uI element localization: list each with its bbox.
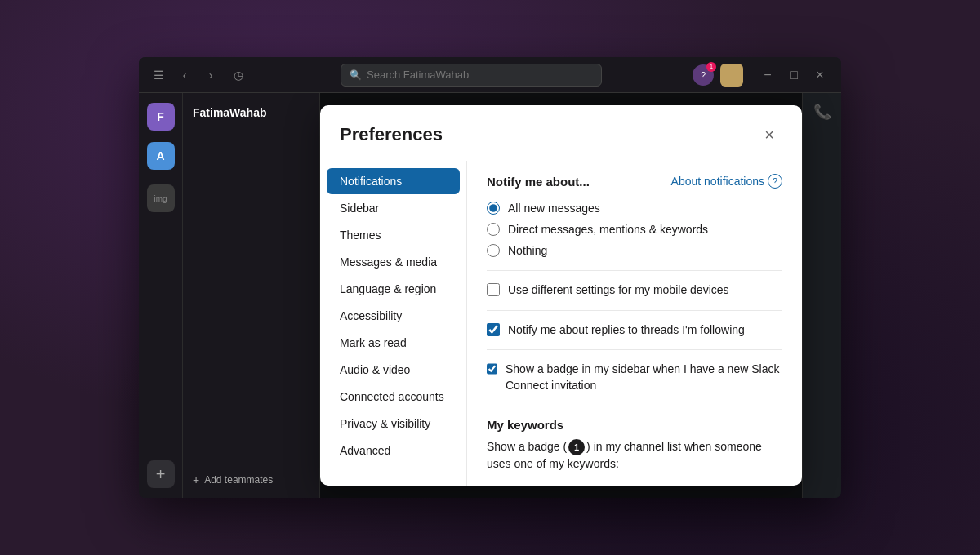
nav-item-language-region[interactable]: Language & region [327,276,460,302]
modal-close-button[interactable]: × [756,122,782,148]
notify-radio-group: All new messages Direct messages, mentio… [487,202,782,257]
search-input[interactable] [367,69,593,81]
radio-dm-mentions[interactable]: Direct messages, mentions & keywords [487,223,782,236]
preferences-nav: Notifications Sidebar Themes Messages & … [320,161,467,486]
workspace-avatar-a[interactable]: A [147,142,175,170]
nav-item-sidebar[interactable]: Sidebar [327,195,460,221]
title-bar-left: ☰ ‹ › ◷ [149,64,250,87]
nav-item-audio-video[interactable]: Audio & video [327,357,460,383]
preferences-modal: Preferences × Notifications Sidebar Them… [320,105,802,486]
nav-item-privacy-visibility[interactable]: Privacy & visibility [327,411,460,437]
slack-connect-label: Show a badge in my sidebar when I have a… [506,362,782,393]
add-icon: + [193,473,199,486]
section-header: Notify me about... About notifications ? [487,174,782,189]
keywords-badge: 1 [568,439,585,455]
sidebar-header: FatimaWahab [183,100,319,122]
hamburger-button[interactable]: ☰ [149,65,168,85]
keywords-description: Show a badge (1) in my channel list when… [487,438,782,473]
avatar[interactable] [720,64,743,87]
phone-icon[interactable]: 📞 [813,103,831,121]
modal-overlay: Preferences × Notifications Sidebar Them… [320,93,802,498]
nav-item-themes[interactable]: Themes [327,222,460,248]
divider-2 [487,310,782,311]
section-title: Notify me about... [487,175,590,189]
search-bar[interactable]: 🔍 [341,64,602,87]
close-window-button[interactable]: × [808,64,831,87]
right-panel: 📞 [802,93,841,498]
workspace-avatar-f[interactable]: F [147,103,175,131]
checkbox-threads[interactable]: Notify me about replies to threads I'm f… [487,322,782,339]
workspace-name[interactable]: FatimaWahab [193,106,310,119]
checkbox-mobile[interactable]: Use different settings for my mobile dev… [487,282,782,299]
divider-1 [487,270,782,271]
threads-checkbox-label: Notify me about replies to threads I'm f… [508,322,745,339]
nav-item-connected-accounts[interactable]: Connected accounts [327,384,460,410]
nav-item-accessibility[interactable]: Accessibility [327,303,460,329]
keywords-title: My keywords [487,418,782,432]
about-notifications-link[interactable]: About notifications ? [671,174,782,189]
modal-body: Notifications Sidebar Themes Messages & … [320,161,802,486]
modal-title: Preferences [340,124,443,145]
threads-checkbox-input[interactable] [487,323,500,336]
mobile-checkbox-input[interactable] [487,283,500,296]
app-window: ☰ ‹ › ◷ 🔍 ? − □ × F A img + [139,57,841,498]
divider-3 [487,349,782,350]
add-workspace-button[interactable]: + [147,460,175,488]
slack-connect-input[interactable] [487,362,497,375]
minimize-button[interactable]: − [756,64,779,87]
maximize-button[interactable]: □ [782,64,805,87]
title-bar: ☰ ‹ › ◷ 🔍 ? − □ × [139,57,841,93]
checkbox-slack-connect[interactable]: Show a badge in my sidebar when I have a… [487,362,782,393]
history-button[interactable]: ◷ [227,64,250,87]
radio-all-messages[interactable]: All new messages [487,202,782,215]
radio-all-label: All new messages [508,202,600,215]
help-icon: ? [768,174,782,189]
about-notifications-text: About notifications [671,175,764,188]
radio-dm-input[interactable] [487,223,500,236]
radio-nothing-label: Nothing [508,244,547,257]
preferences-content: Notify me about... About notifications ? [467,161,802,486]
add-teammates-button[interactable]: + Add teammates [183,468,319,491]
help-button[interactable]: ? [693,64,714,86]
radio-nothing[interactable]: Nothing [487,244,782,257]
search-icon: 🔍 [350,69,362,81]
nav-item-advanced[interactable]: Advanced [327,437,460,464]
sidebar: FatimaWahab + Add teammates [183,93,320,498]
radio-all-input[interactable] [487,202,500,215]
forward-button[interactable]: › [201,65,220,85]
nav-item-messages-media[interactable]: Messages & media [327,249,460,275]
window-controls: − □ × [756,64,831,87]
workspace-image-icon[interactable]: img [147,184,175,212]
app-body: F A img + FatimaWahab + Add teammates Ma… [139,93,841,498]
nav-item-notifications[interactable]: Notifications [327,168,460,194]
back-button[interactable]: ‹ [175,65,194,85]
main-content: Marrisa Wahab Preferences × Notificat [320,93,802,498]
nav-item-mark-as-read[interactable]: Mark as read [327,330,460,356]
mobile-checkbox-label: Use different settings for my mobile dev… [508,282,729,299]
radio-nothing-input[interactable] [487,244,500,257]
title-bar-right: ? − □ × [693,64,831,87]
radio-dm-label: Direct messages, mentions & keywords [508,223,708,236]
divider-4 [487,406,782,406]
icon-rail: F A img + [139,93,183,498]
modal-header: Preferences × [320,105,802,161]
keywords-section: My keywords Show a badge (1) in my chann… [487,418,782,473]
